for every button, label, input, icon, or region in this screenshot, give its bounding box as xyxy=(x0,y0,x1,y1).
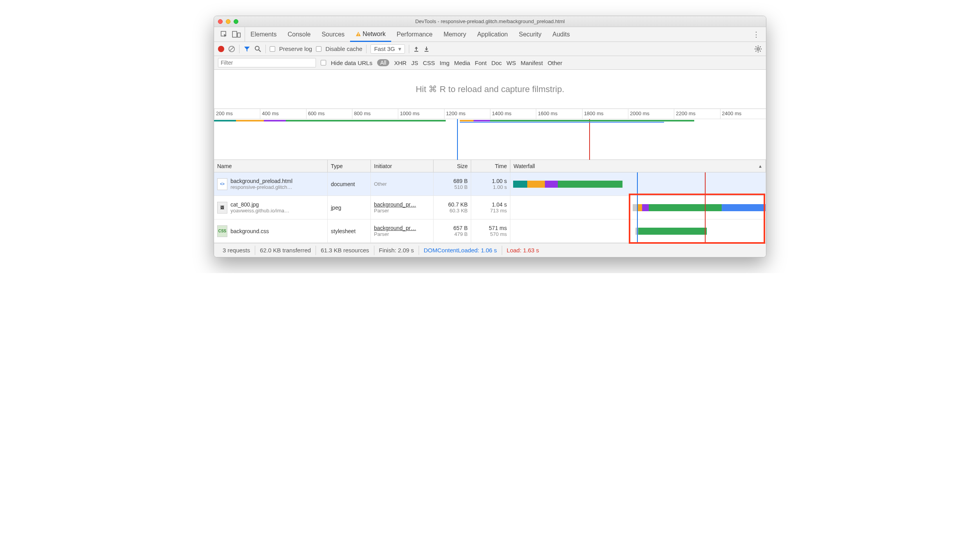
inspect-element-icon[interactable] xyxy=(220,31,228,38)
request-name: background.css xyxy=(230,228,269,234)
status-finish: Finish: 2.09 s xyxy=(374,246,419,255)
filter-type-css[interactable]: CSS xyxy=(423,60,435,66)
filter-toggle-icon[interactable] xyxy=(243,45,250,53)
waterfall-cell xyxy=(510,196,766,219)
image-file-icon: 🖼 xyxy=(217,202,227,214)
column-initiator[interactable]: Initiator xyxy=(371,160,434,172)
svg-line-17 xyxy=(760,51,760,51)
filter-type-font[interactable]: Font xyxy=(475,60,486,66)
status-bar: 3 requests 62.0 KB transferred 61.3 KB r… xyxy=(214,243,766,257)
hide-data-urls-label: Hide data URLs xyxy=(331,60,372,66)
hide-data-urls-checkbox[interactable] xyxy=(321,60,326,65)
filter-type-xhr[interactable]: XHR xyxy=(394,60,407,66)
waterfall-cell xyxy=(510,219,766,243)
svg-rect-3 xyxy=(358,33,358,34)
tab-console[interactable]: Console xyxy=(282,27,316,42)
column-type[interactable]: Type xyxy=(328,160,371,172)
svg-rect-10 xyxy=(425,51,428,52)
column-size[interactable]: Size xyxy=(434,160,471,172)
table-row[interactable]: CSS background.css stylesheet background… xyxy=(214,219,766,243)
status-domcontentloaded: DOMContentLoaded: 1.06 s xyxy=(419,246,502,255)
column-name[interactable]: Name xyxy=(214,160,328,172)
devtools-window: DevTools - responsive-preload.glitch.me/… xyxy=(214,16,766,257)
preserve-log-checkbox[interactable] xyxy=(270,46,275,52)
html-file-icon: <> xyxy=(217,178,227,190)
throttle-select[interactable]: Fast 3G ▾ xyxy=(370,44,405,54)
tab-performance[interactable]: Performance xyxy=(391,27,438,42)
tab-audits[interactable]: Audits xyxy=(547,27,575,42)
request-name: background_preload.html xyxy=(230,178,292,184)
filter-type-img[interactable]: Img xyxy=(439,60,449,66)
timeline-overview[interactable]: 200 ms 400 ms 600 ms 800 ms 1000 ms 1200… xyxy=(214,109,766,160)
tab-security[interactable]: Security xyxy=(513,27,547,42)
main-tab-bar: Elements Console Sources Network Perform… xyxy=(214,27,766,42)
svg-point-11 xyxy=(757,48,759,50)
download-icon[interactable] xyxy=(423,46,430,52)
tab-network[interactable]: Network xyxy=(350,27,391,42)
filter-type-other[interactable]: Other xyxy=(548,60,563,66)
filter-type-all[interactable]: All xyxy=(377,59,390,66)
status-requests: 3 requests xyxy=(218,246,255,255)
sort-ascending-icon: ▲ xyxy=(758,164,762,168)
request-table-header: Name Type Initiator Size Time Waterfall … xyxy=(214,160,766,172)
svg-line-16 xyxy=(756,46,757,47)
tab-application[interactable]: Application xyxy=(472,27,513,42)
search-icon[interactable] xyxy=(254,45,261,53)
filter-bar: Hide data URLs All XHR JS CSS Img Media … xyxy=(214,56,766,70)
svg-line-6 xyxy=(230,47,234,51)
window-title: DevTools - responsive-preload.glitch.me/… xyxy=(214,18,766,24)
disable-cache-checkbox[interactable] xyxy=(316,46,321,52)
time-ruler: 200 ms 400 ms 600 ms 800 ms 1000 ms 1200… xyxy=(214,109,766,119)
table-row[interactable]: 🖼 cat_800.jpg yoavweiss.github.io/ima… j… xyxy=(214,196,766,219)
filter-type-manifest[interactable]: Manifest xyxy=(521,60,543,66)
status-resources: 61.3 KB resources xyxy=(316,246,374,255)
upload-icon[interactable] xyxy=(413,46,419,52)
column-waterfall[interactable]: Waterfall ▲ xyxy=(510,160,766,172)
request-table: <> background_preload.html responsive-pr… xyxy=(214,172,766,243)
svg-rect-9 xyxy=(414,51,418,52)
svg-rect-4 xyxy=(358,35,358,35)
svg-line-8 xyxy=(259,50,261,52)
request-name: cat_800.jpg xyxy=(230,201,289,208)
filter-type-media[interactable]: Media xyxy=(454,60,470,66)
settings-gear-icon[interactable] xyxy=(754,45,762,53)
device-toolbar-icon[interactable] xyxy=(232,31,241,38)
chevron-down-icon: ▾ xyxy=(398,45,401,53)
filmstrip-hint: Hit ⌘ R to reload and capture filmstrip. xyxy=(214,70,766,109)
css-file-icon: CSS xyxy=(217,225,227,237)
tab-elements[interactable]: Elements xyxy=(245,27,282,42)
column-time[interactable]: Time xyxy=(471,160,510,172)
tab-network-label: Network xyxy=(363,31,386,38)
disable-cache-label: Disable cache xyxy=(325,45,362,52)
status-transferred: 62.0 KB transferred xyxy=(255,246,316,255)
more-options-icon[interactable]: ⋮ xyxy=(749,30,764,39)
svg-point-7 xyxy=(255,46,259,50)
svg-rect-1 xyxy=(232,31,237,37)
waterfall-cell xyxy=(510,172,766,196)
tab-memory[interactable]: Memory xyxy=(438,27,472,42)
table-row[interactable]: <> background_preload.html responsive-pr… xyxy=(214,172,766,196)
clear-icon[interactable] xyxy=(228,45,235,53)
status-load: Load: 1.63 s xyxy=(502,246,544,255)
tab-sources[interactable]: Sources xyxy=(316,27,350,42)
filter-type-doc[interactable]: Doc xyxy=(491,60,502,66)
filter-input[interactable] xyxy=(218,58,316,67)
preserve-log-label: Preserve log xyxy=(279,45,312,52)
throttle-value: Fast 3G xyxy=(374,45,395,52)
request-domain: yoavweiss.github.io/ima… xyxy=(230,208,289,214)
network-toolbar: Preserve log Disable cache Fast 3G ▾ xyxy=(214,42,766,56)
record-button[interactable] xyxy=(218,46,224,52)
warning-icon xyxy=(356,31,361,37)
filter-type-js[interactable]: JS xyxy=(411,60,418,66)
svg-rect-2 xyxy=(238,33,240,37)
svg-line-18 xyxy=(760,46,760,47)
svg-line-19 xyxy=(756,51,757,51)
request-domain: responsive-preload.glitch… xyxy=(230,184,292,190)
window-titlebar: DevTools - responsive-preload.glitch.me/… xyxy=(214,16,766,27)
filter-type-ws[interactable]: WS xyxy=(506,60,516,66)
